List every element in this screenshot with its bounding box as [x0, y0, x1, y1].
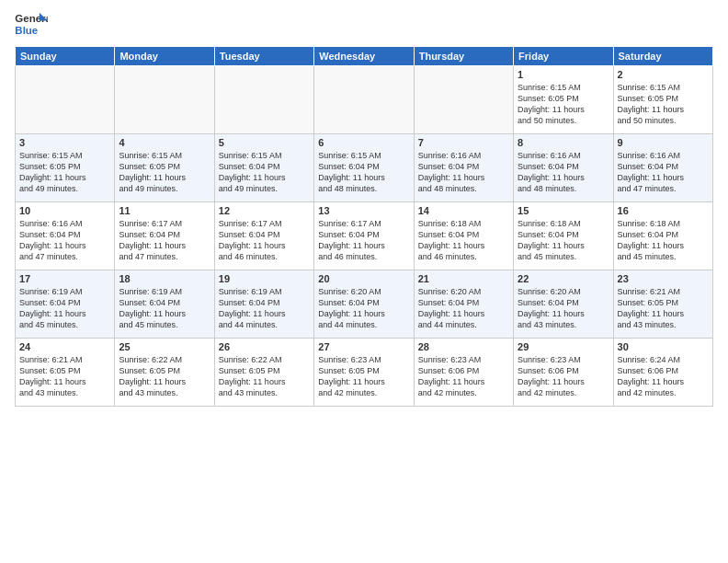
calendar-header-tuesday: Tuesday — [214, 47, 313, 66]
svg-text:Blue: Blue — [15, 25, 38, 36]
day-info: Sunrise: 6:16 AM Sunset: 6:04 PM Dayligh… — [418, 150, 509, 195]
day-number: 4 — [119, 137, 210, 148]
calendar-cell: 7Sunrise: 6:16 AM Sunset: 6:04 PM Daylig… — [414, 134, 513, 202]
calendar-cell: 4Sunrise: 6:15 AM Sunset: 6:05 PM Daylig… — [115, 134, 214, 202]
day-number: 27 — [318, 341, 409, 352]
day-info: Sunrise: 6:15 AM Sunset: 6:05 PM Dayligh… — [119, 150, 210, 195]
day-number: 16 — [618, 205, 709, 216]
calendar-cell: 10Sunrise: 6:16 AM Sunset: 6:04 PM Dayli… — [16, 202, 115, 270]
calendar-header-wednesday: Wednesday — [314, 47, 414, 66]
day-info: Sunrise: 6:18 AM Sunset: 6:04 PM Dayligh… — [518, 218, 609, 263]
logo-icon: General Blue — [15, 11, 48, 39]
logo: General Blue — [15, 11, 48, 39]
calendar-cell: 22Sunrise: 6:20 AM Sunset: 6:04 PM Dayli… — [514, 270, 613, 339]
day-info: Sunrise: 6:17 AM Sunset: 6:04 PM Dayligh… — [318, 218, 409, 263]
day-number: 10 — [19, 205, 110, 216]
calendar-cell: 12Sunrise: 6:17 AM Sunset: 6:04 PM Dayli… — [214, 202, 313, 270]
page-header: General Blue — [15, 11, 713, 39]
calendar-header-thursday: Thursday — [414, 47, 513, 66]
calendar-header-friday: Friday — [514, 47, 613, 66]
day-info: Sunrise: 6:20 AM Sunset: 6:04 PM Dayligh… — [518, 286, 609, 331]
calendar-cell: 5Sunrise: 6:15 AM Sunset: 6:04 PM Daylig… — [214, 134, 313, 202]
calendar-cell — [16, 66, 115, 134]
day-info: Sunrise: 6:22 AM Sunset: 6:05 PM Dayligh… — [219, 354, 310, 399]
calendar-cell — [214, 66, 313, 134]
calendar-week-row: 17Sunrise: 6:19 AM Sunset: 6:04 PM Dayli… — [16, 270, 713, 339]
day-number: 20 — [318, 273, 409, 284]
calendar-week-row: 10Sunrise: 6:16 AM Sunset: 6:04 PM Dayli… — [16, 202, 713, 270]
calendar-cell: 3Sunrise: 6:15 AM Sunset: 6:05 PM Daylig… — [16, 134, 115, 202]
day-number: 23 — [618, 273, 709, 284]
day-number: 22 — [518, 273, 609, 284]
day-info: Sunrise: 6:15 AM Sunset: 6:05 PM Dayligh… — [518, 82, 609, 127]
day-number: 9 — [618, 137, 709, 148]
day-number: 3 — [19, 137, 110, 148]
day-info: Sunrise: 6:20 AM Sunset: 6:04 PM Dayligh… — [318, 286, 409, 331]
calendar-cell: 28Sunrise: 6:23 AM Sunset: 6:06 PM Dayli… — [414, 339, 513, 407]
day-info: Sunrise: 6:15 AM Sunset: 6:04 PM Dayligh… — [219, 150, 310, 195]
day-info: Sunrise: 6:23 AM Sunset: 6:06 PM Dayligh… — [418, 354, 509, 399]
day-info: Sunrise: 6:16 AM Sunset: 6:04 PM Dayligh… — [19, 218, 110, 263]
day-number: 5 — [219, 137, 310, 148]
day-number: 30 — [618, 341, 709, 352]
day-number: 19 — [219, 273, 310, 284]
day-number: 8 — [518, 137, 609, 148]
day-number: 2 — [618, 69, 709, 80]
calendar-cell: 18Sunrise: 6:19 AM Sunset: 6:04 PM Dayli… — [115, 270, 214, 339]
calendar-week-row: 24Sunrise: 6:21 AM Sunset: 6:05 PM Dayli… — [16, 339, 713, 407]
day-info: Sunrise: 6:19 AM Sunset: 6:04 PM Dayligh… — [119, 286, 210, 331]
day-info: Sunrise: 6:19 AM Sunset: 6:04 PM Dayligh… — [19, 286, 110, 331]
calendar-cell: 27Sunrise: 6:23 AM Sunset: 6:05 PM Dayli… — [314, 339, 414, 407]
calendar-cell: 19Sunrise: 6:19 AM Sunset: 6:04 PM Dayli… — [214, 270, 313, 339]
day-number: 13 — [318, 205, 409, 216]
day-info: Sunrise: 6:18 AM Sunset: 6:04 PM Dayligh… — [418, 218, 509, 263]
calendar-cell: 21Sunrise: 6:20 AM Sunset: 6:04 PM Dayli… — [414, 270, 513, 339]
day-number: 17 — [19, 273, 110, 284]
calendar-cell: 25Sunrise: 6:22 AM Sunset: 6:05 PM Dayli… — [115, 339, 214, 407]
day-number: 25 — [119, 341, 210, 352]
calendar-header-saturday: Saturday — [613, 47, 712, 66]
calendar-cell: 30Sunrise: 6:24 AM Sunset: 6:06 PM Dayli… — [613, 339, 712, 407]
day-info: Sunrise: 6:23 AM Sunset: 6:05 PM Dayligh… — [318, 354, 409, 399]
day-number: 24 — [19, 341, 110, 352]
calendar-cell: 29Sunrise: 6:23 AM Sunset: 6:06 PM Dayli… — [514, 339, 613, 407]
day-info: Sunrise: 6:15 AM Sunset: 6:05 PM Dayligh… — [19, 150, 110, 195]
calendar-week-row: 3Sunrise: 6:15 AM Sunset: 6:05 PM Daylig… — [16, 134, 713, 202]
calendar-header-sunday: Sunday — [16, 47, 115, 66]
calendar-header-row: SundayMondayTuesdayWednesdayThursdayFrid… — [16, 47, 713, 66]
calendar-cell: 2Sunrise: 6:15 AM Sunset: 6:05 PM Daylig… — [613, 66, 712, 134]
day-info: Sunrise: 6:16 AM Sunset: 6:04 PM Dayligh… — [518, 150, 609, 195]
calendar-cell: 16Sunrise: 6:18 AM Sunset: 6:04 PM Dayli… — [613, 202, 712, 270]
day-info: Sunrise: 6:16 AM Sunset: 6:04 PM Dayligh… — [618, 150, 709, 195]
day-number: 11 — [119, 205, 210, 216]
day-number: 6 — [318, 137, 409, 148]
calendar-cell: 14Sunrise: 6:18 AM Sunset: 6:04 PM Dayli… — [414, 202, 513, 270]
day-number: 7 — [418, 137, 509, 148]
calendar-cell: 8Sunrise: 6:16 AM Sunset: 6:04 PM Daylig… — [514, 134, 613, 202]
calendar-week-row: 1Sunrise: 6:15 AM Sunset: 6:05 PM Daylig… — [16, 66, 713, 134]
day-number: 15 — [518, 205, 609, 216]
calendar-cell: 13Sunrise: 6:17 AM Sunset: 6:04 PM Dayli… — [314, 202, 414, 270]
day-number: 29 — [518, 341, 609, 352]
calendar-cell — [314, 66, 414, 134]
calendar-cell — [115, 66, 214, 134]
day-info: Sunrise: 6:22 AM Sunset: 6:05 PM Dayligh… — [119, 354, 210, 399]
day-info: Sunrise: 6:21 AM Sunset: 6:05 PM Dayligh… — [618, 286, 709, 331]
day-info: Sunrise: 6:19 AM Sunset: 6:04 PM Dayligh… — [219, 286, 310, 331]
day-number: 28 — [418, 341, 509, 352]
day-info: Sunrise: 6:15 AM Sunset: 6:04 PM Dayligh… — [318, 150, 409, 195]
day-number: 1 — [518, 69, 609, 80]
day-info: Sunrise: 6:18 AM Sunset: 6:04 PM Dayligh… — [618, 218, 709, 263]
calendar-cell: 17Sunrise: 6:19 AM Sunset: 6:04 PM Dayli… — [16, 270, 115, 339]
calendar-cell: 26Sunrise: 6:22 AM Sunset: 6:05 PM Dayli… — [214, 339, 313, 407]
day-number: 18 — [119, 273, 210, 284]
day-number: 12 — [219, 205, 310, 216]
calendar-cell: 15Sunrise: 6:18 AM Sunset: 6:04 PM Dayli… — [514, 202, 613, 270]
day-info: Sunrise: 6:15 AM Sunset: 6:05 PM Dayligh… — [618, 82, 709, 127]
day-info: Sunrise: 6:17 AM Sunset: 6:04 PM Dayligh… — [119, 218, 210, 263]
calendar-header-monday: Monday — [115, 47, 214, 66]
day-number: 26 — [219, 341, 310, 352]
day-number: 14 — [418, 205, 509, 216]
calendar-cell: 11Sunrise: 6:17 AM Sunset: 6:04 PM Dayli… — [115, 202, 214, 270]
calendar-cell: 20Sunrise: 6:20 AM Sunset: 6:04 PM Dayli… — [314, 270, 414, 339]
